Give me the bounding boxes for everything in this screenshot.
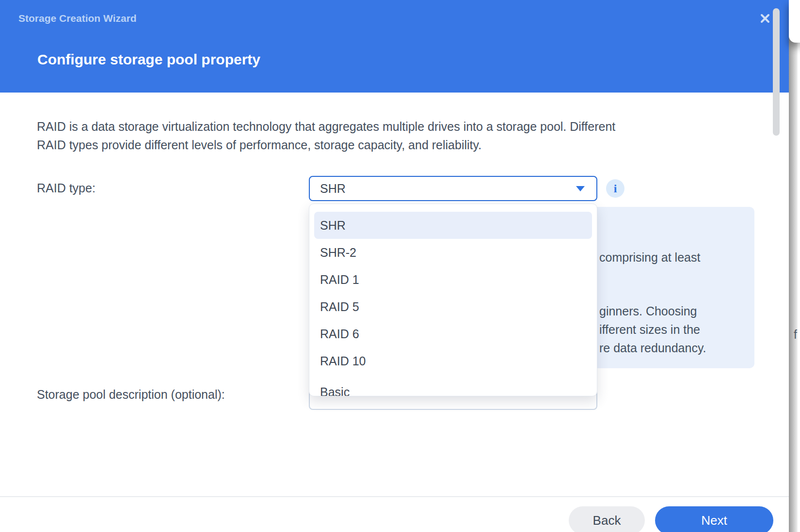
raid-type-option[interactable]: RAID 1 <box>309 266 597 293</box>
info-text-fragment: ginners. Choosing <box>599 304 697 318</box>
raid-type-option[interactable]: RAID 5 <box>309 293 597 320</box>
raid-type-option[interactable]: RAID 6 <box>309 320 597 347</box>
back-button[interactable]: Back <box>569 506 645 532</box>
page-title: Configure storage pool property <box>37 51 260 68</box>
raid-type-selected-value: SHR <box>320 182 576 196</box>
info-text-fragment: comprising at least <box>599 250 700 265</box>
intro-line: RAID types provide different levels of p… <box>37 136 615 154</box>
dialog-shadow <box>789 0 798 532</box>
raid-type-option[interactable]: SHR <box>314 212 592 239</box>
info-text-fragment: ifferent sizes in the <box>599 323 700 337</box>
dropdown-scrollbar-thumb[interactable] <box>773 8 780 136</box>
raid-type-dropdown-panel: SHRSHR-2RAID 1RAID 5RAID 6RAID 10Basic <box>309 203 597 396</box>
storage-creation-wizard-dialog: Storage Creation Wizard Configure storag… <box>0 0 789 532</box>
raid-type-option[interactable]: Basic <box>309 378 597 396</box>
raid-type-option[interactable]: SHR-2 <box>309 239 597 266</box>
raid-type-option[interactable]: RAID 10 <box>309 347 597 375</box>
info-icon[interactable]: i <box>606 179 624 198</box>
info-text-fragment: re data redundancy. <box>599 341 706 355</box>
raid-type-select[interactable]: SHR <box>309 176 597 201</box>
background-page-text: f <box>794 328 797 342</box>
wizard-header: Storage Creation Wizard Configure storag… <box>0 0 789 93</box>
intro-line: RAID is a data storage virtualization te… <box>37 117 615 136</box>
close-button[interactable] <box>756 11 774 28</box>
raid-type-listbox: SHRSHR-2RAID 1RAID 5RAID 6RAID 10Basic <box>309 212 597 396</box>
raid-intro-text: RAID is a data storage virtualization te… <box>37 117 615 154</box>
window-title: Storage Creation Wizard <box>18 13 137 24</box>
chevron-down-icon <box>576 186 585 191</box>
close-icon <box>760 13 770 26</box>
footer-divider <box>0 496 789 497</box>
raid-type-label: RAID type: <box>37 181 96 195</box>
next-button[interactable]: Next <box>655 506 773 532</box>
background-window-corner <box>789 0 800 43</box>
storage-pool-description-label: Storage pool description (optional): <box>37 388 225 402</box>
